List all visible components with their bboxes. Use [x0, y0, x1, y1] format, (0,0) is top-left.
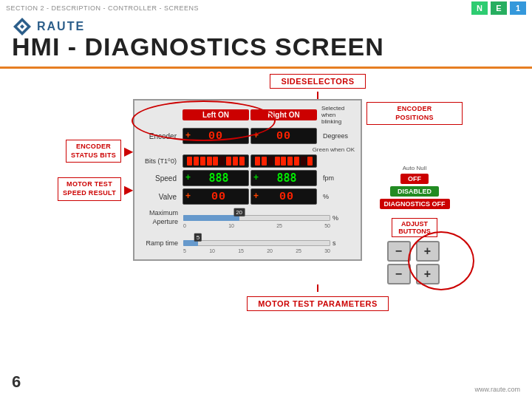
bits-left-display — [183, 154, 249, 168]
bits-row-label: Bits (T1⁰0) — [140, 157, 181, 165]
adjust-plus-bottom[interactable]: + — [416, 264, 440, 284]
ramp-value: 5 — [194, 233, 202, 242]
adjust-section: ADJUST BUTTONS − + − + — [366, 218, 463, 284]
main-panel: Left ON Right ON Selected when blinking … — [133, 99, 362, 261]
inner-layout: SIDESELECTORS ENCODER STATUS BITS ▶ MOTO… — [37, 74, 495, 311]
adjust-minus-bottom[interactable]: − — [387, 264, 411, 284]
page-number: 6 — [12, 372, 21, 392]
status-controls: Auto Null OFF DISABLED DIAGNOSTICS OFF — [366, 165, 463, 209]
col-selected-header: Selected when blinking — [318, 105, 355, 125]
diagram-container: SIDESELECTORS ENCODER STATUS BITS ▶ MOTO… — [0, 74, 532, 399]
valve-left-display: + 00 — [183, 188, 249, 205]
left-labels: ENCODER STATUS BITS ▶ MOTOR TEST SPEED R… — [37, 140, 133, 201]
badge-e: E — [491, 1, 507, 15]
encoder-status-label: ENCODER STATUS BITS — [66, 140, 121, 163]
aperture-value: 20 — [233, 208, 245, 216]
auto-null-label: Auto Null — [403, 165, 426, 171]
aperture-unit: % — [332, 214, 355, 222]
encoder-left-display: + 00 — [183, 128, 249, 144]
col-right-header: Right ON — [250, 109, 317, 120]
sideselectors-label: SIDESELECTORS — [270, 74, 365, 89]
motor-test-label: MOTOR TEST SPEED RESULT — [58, 177, 121, 200]
valve-right-display: + 00 — [250, 188, 317, 205]
logo-text: RAUTE — [37, 20, 85, 33]
col-left-header: Left ON — [183, 109, 249, 120]
section-label: SECTION 2 - DESCRIPTION - CONTROLLER - S… — [6, 4, 199, 12]
valve-unit: % — [318, 193, 355, 200]
status-disabled-btn[interactable]: DISABLED — [390, 186, 439, 197]
badge-1: 1 — [510, 1, 526, 15]
aperture-label: MaximumAperture — [140, 209, 181, 226]
status-off-btn[interactable]: OFF — [400, 174, 429, 184]
adjust-plus-top[interactable]: + — [416, 241, 440, 262]
page-title: HMI - DIAGNOSTICS SCREEN — [12, 33, 384, 61]
right-controls: ENCODER POSITIONS Auto Null OFF DISABLED… — [366, 102, 463, 284]
green-ok-label: Green when OK — [307, 146, 355, 153]
aperture-fill — [183, 215, 239, 221]
adjust-buttons-label: ADJUST BUTTONS — [392, 218, 437, 237]
connector-top — [317, 92, 318, 99]
status-diag-btn[interactable]: DIAGNOSTICS OFF — [380, 199, 450, 209]
badge-n: N — [471, 1, 488, 15]
bits-right-display — [250, 154, 317, 168]
adjust-buttons-grid: − + − + — [387, 241, 443, 284]
title-underline — [0, 66, 532, 69]
speed-unit: fpm — [318, 174, 355, 182]
valve-row-label: Valve — [140, 193, 181, 201]
speed-right-display: + 888 — [250, 170, 317, 186]
speed-row-label: Speed — [140, 174, 181, 183]
encoder-right-display: + 00 — [250, 128, 317, 144]
encoder-row-label: Encoder — [140, 132, 181, 140]
ramp-label: Ramp time — [140, 239, 181, 247]
ramp-unit: s — [332, 239, 355, 247]
motor-test-params-label: MOTOR TEST PARAMETERS — [247, 296, 389, 311]
encoder-positions-label: ENCODER POSITIONS — [366, 102, 463, 125]
header-bar: SECTION 2 - DESCRIPTION - CONTROLLER - S… — [0, 0, 532, 16]
connector-bottom — [317, 284, 318, 292]
header-badges: N E 1 — [471, 1, 526, 15]
ramp-track[interactable] — [183, 240, 330, 246]
footer-website: www.raute.com — [474, 386, 520, 393]
adjust-minus-top[interactable]: − — [387, 241, 411, 262]
speed-left-display: + 888 — [183, 170, 249, 186]
encoder-row-info: Degrees — [318, 132, 355, 140]
